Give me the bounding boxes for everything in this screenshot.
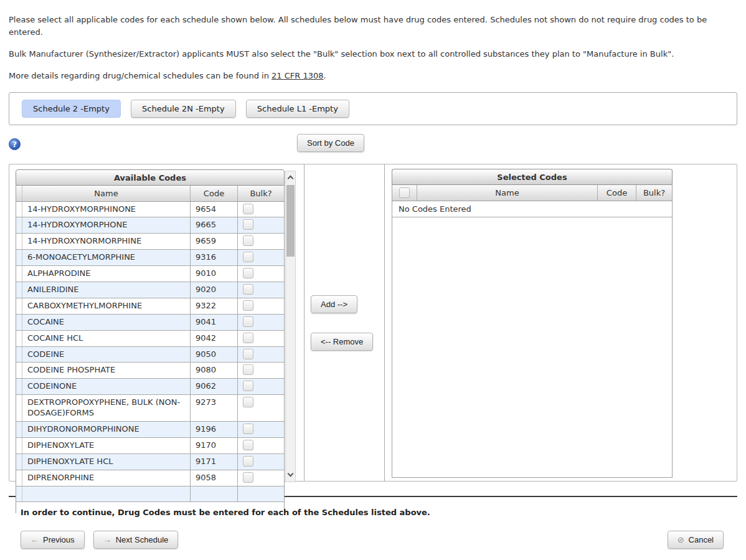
selector-column-header: [16, 186, 22, 201]
footer-right-buttons: ⊘Cancel: [668, 531, 724, 549]
row-selector-cell: [16, 347, 22, 363]
selected-codes-panel: Selected Codes Name Code Bulk? No Codes …: [385, 164, 737, 481]
bulk-checkbox[interactable]: [243, 219, 253, 230]
drug-code-cell: 9171: [191, 454, 238, 470]
sort-by-code-button[interactable]: Sort by Code: [297, 134, 364, 152]
cfr-1308-link[interactable]: 21 CFR 1308: [271, 71, 323, 80]
help-icon[interactable]: ?: [9, 138, 21, 150]
drug-name-cell: ALPHAPRODINE: [22, 266, 191, 282]
drug-code-cell: 9041: [191, 315, 238, 330]
table-row[interactable]: DIHYDRONORMORPHINONE9196: [16, 422, 284, 438]
bulk-checkbox[interactable]: [243, 284, 253, 295]
instruction-paragraph-1: Please select all applicable codes for e…: [9, 14, 737, 39]
name-column-header[interactable]: Name: [22, 186, 191, 201]
table-row[interactable]: DIPHENOXYLATE HCL9171: [16, 454, 284, 470]
table-row[interactable]: COCAINE HCL9042: [16, 331, 284, 347]
scrollbar-thumb[interactable]: [286, 185, 295, 257]
available-codes-column-headers: Name Code Bulk?: [16, 186, 285, 202]
available-codes-table: Available Codes Name Code Bulk? 14-HYDRO…: [16, 169, 285, 481]
bulk-checkbox[interactable]: [243, 300, 253, 311]
table-row[interactable]: DEXTROPROPOXYPHENE, BULK (NON-DOSAGE)FOR…: [16, 395, 284, 422]
drug-code-cell: 9665: [191, 217, 238, 233]
row-selector-cell: [16, 217, 22, 233]
remove-button[interactable]: <-- Remove: [311, 333, 373, 351]
row-selector-cell: [16, 379, 22, 394]
bulk-cell: [238, 331, 279, 346]
drug-code-cell: 9010: [191, 266, 238, 282]
bulk-checkbox[interactable]: [243, 440, 253, 450]
bulk-checkbox[interactable]: [243, 235, 253, 246]
available-codes-scrollbar[interactable]: [285, 171, 296, 482]
bulk-cell: [238, 422, 279, 437]
select-all-checkbox[interactable]: [399, 187, 410, 198]
table-row[interactable]: 14-HYDROXYMORPHONE9665: [16, 217, 284, 234]
bulk-cell: [238, 250, 279, 265]
dual-list-container: Available Codes Name Code Bulk? 14-HYDRO…: [9, 164, 737, 482]
table-row[interactable]: ALPHAPRODINE9010: [16, 266, 284, 282]
selected-codes-column-headers: Name Code Bulk?: [392, 185, 672, 201]
bulk-checkbox[interactable]: [243, 397, 253, 407]
scroll-down-button[interactable]: [286, 469, 295, 482]
drug-name-cell: COCAINE: [22, 315, 191, 330]
scroll-up-button[interactable]: [286, 171, 295, 184]
bulk-cell: [238, 266, 279, 282]
table-row[interactable]: CODEINE PHOSPHATE9080: [16, 363, 284, 379]
continue-notice: In order to continue, Drug Codes must be…: [21, 508, 737, 517]
tab-schedule-2n[interactable]: Schedule 2N -Empty: [131, 100, 236, 118]
bulk-cell: [238, 363, 279, 378]
selected-codes-title: Selected Codes: [392, 169, 673, 185]
row-selector-cell: [16, 422, 22, 437]
row-selector-cell: [16, 454, 22, 470]
previous-button[interactable]: ←Previous: [21, 531, 85, 549]
row-selector-cell: [16, 250, 22, 265]
bulk-cell: [238, 234, 279, 249]
tab-schedule-2[interactable]: Schedule 2 -Empty: [22, 100, 121, 118]
table-row[interactable]: 14-HYDROXYMORPHINONE9654: [16, 202, 284, 218]
table-row[interactable]: CARBOXYMETHYLMORPHINE9322: [16, 298, 284, 315]
name-column-header[interactable]: Name: [417, 185, 598, 201]
instruction-paragraph-3: More details regarding drug/chemical sch…: [9, 70, 737, 82]
bulk-checkbox[interactable]: [243, 456, 253, 467]
code-column-header[interactable]: Code: [191, 186, 238, 201]
row-selector-cell: [16, 395, 22, 421]
table-row[interactable]: CODEINONE9062: [16, 379, 284, 395]
bulk-checkbox[interactable]: [243, 333, 253, 343]
drug-name-cell: CODEINE: [22, 347, 191, 363]
drug-name-cell: DEXTROPROPOXYPHENE, BULK (NON-DOSAGE)FOR…: [22, 395, 191, 421]
cfr-text-prefix: More details regarding drug/chemical sch…: [9, 71, 271, 80]
table-row[interactable]: DIPRENORPHINE9058: [16, 470, 284, 486]
bulk-checkbox[interactable]: [243, 252, 253, 262]
bulk-checkbox[interactable]: [243, 472, 253, 483]
bulk-cell: [238, 438, 279, 453]
instruction-paragraph-2: Bulk Manufacturer (Synthesizer/Extractor…: [9, 48, 737, 60]
drug-code-cell: 9654: [191, 202, 238, 217]
bulk-checkbox[interactable]: [243, 424, 253, 434]
bulk-checkbox[interactable]: [243, 204, 253, 214]
row-selector-cell: [16, 266, 22, 282]
table-row[interactable]: CODEINE9050: [16, 347, 284, 363]
chevron-down-icon: [288, 471, 294, 477]
footer-left-buttons: ←Previous →Next Schedule: [21, 531, 184, 549]
table-row[interactable]: COCAINE9041: [16, 315, 284, 331]
add-button[interactable]: Add -->: [311, 295, 357, 313]
bulk-checkbox[interactable]: [243, 268, 253, 278]
table-row[interactable]: DIPHENOXYLATE9170: [16, 438, 284, 454]
table-row[interactable]: 14-HYDROXYNORMORPHINE9659: [16, 234, 284, 250]
drug-code-selection-page: Please select all applicable codes for e…: [0, 0, 746, 560]
row-selector-cell: [16, 438, 22, 453]
code-column-header[interactable]: Code: [598, 185, 636, 201]
next-schedule-button[interactable]: →Next Schedule: [93, 531, 179, 549]
cancel-button[interactable]: ⊘Cancel: [668, 531, 724, 549]
bulk-checkbox[interactable]: [243, 364, 253, 375]
tab-schedule-l1[interactable]: Schedule L1 -Empty: [246, 100, 349, 118]
transfer-buttons-column: Add --> <-- Remove: [304, 164, 385, 481]
drug-code-cell: 9058: [191, 470, 238, 486]
bulk-checkbox[interactable]: [243, 349, 253, 359]
drug-name-cell: DIPRENORPHINE: [22, 470, 191, 486]
chevron-up-icon: [288, 176, 294, 182]
table-row[interactable]: 6-MONOACETYLMORPHINE9316: [16, 250, 284, 266]
bulk-checkbox[interactable]: [243, 316, 253, 327]
table-row[interactable]: ANILERIDINE9020: [16, 282, 284, 298]
row-selector-cell: [16, 331, 22, 346]
bulk-checkbox[interactable]: [243, 381, 253, 391]
